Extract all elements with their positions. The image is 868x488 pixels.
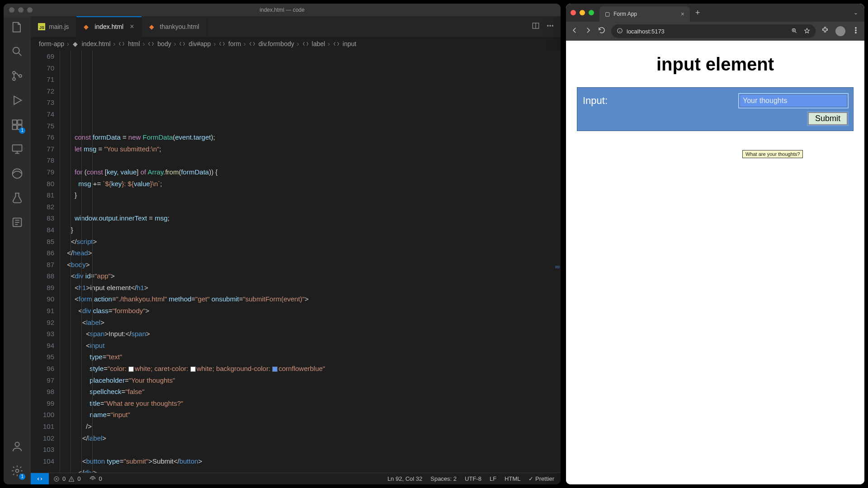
minimize-window-icon[interactable] [18,7,24,13]
indentation[interactable]: Spaces: 2 [430,475,457,482]
chevron-right-icon: › [297,40,299,47]
svg-point-11 [15,442,19,446]
svg-point-3 [19,75,22,77]
breadcrumb-item[interactable]: input [343,40,356,47]
chevron-right-icon: › [174,40,176,47]
extensions-icon[interactable]: 1 [11,118,24,133]
html-file-icon: ◆ [84,23,91,30]
chrome-tab-strip: ▢ Form App × + ⌄ [566,4,864,22]
breadcrumb-item[interactable]: index.html [82,40,111,47]
address-bar[interactable]: localhost:5173 [611,24,816,38]
tab-title: Form App [613,11,637,17]
chevron-right-icon: › [213,40,216,47]
ports-button[interactable]: 0 [85,475,106,482]
site-info-icon[interactable] [617,28,623,35]
tab-thankyou[interactable]: ◆ thankyou.html [142,16,207,37]
browser-tab[interactable]: ▢ Form App × [599,6,690,22]
edge-tools-icon[interactable] [11,167,24,182]
minimize-window-icon[interactable] [580,10,585,15]
testing-icon[interactable] [11,192,24,206]
close-tab-icon[interactable]: × [681,10,684,18]
profile-avatar-icon[interactable] [835,26,845,36]
svg-rect-6 [13,125,17,129]
close-window-icon[interactable] [571,10,576,15]
bookmark-star-icon[interactable] [804,28,810,35]
window-title: index.html — code [4,7,561,13]
split-editor-icon[interactable] [532,22,540,32]
editor-tabs: JS main.js ◆ index.html × ◆ thankyou.htm… [31,16,561,37]
language-mode[interactable]: HTML [505,475,520,482]
window-controls[interactable] [571,10,594,15]
breadcrumb-item[interactable]: div#app [189,40,211,47]
url-text: localhost:5173 [627,28,665,35]
breadcrumb-item[interactable]: div.formbody [259,40,294,47]
svg-point-14 [547,25,548,26]
breadcrumb-item[interactable]: form [228,40,241,47]
remote-button[interactable] [31,473,49,484]
accounts-icon[interactable] [11,440,24,455]
svg-point-12 [16,469,19,473]
eol[interactable]: LF [490,475,496,482]
svg-rect-8 [13,145,22,151]
close-icon[interactable]: × [130,23,134,31]
run-debug-icon[interactable] [11,94,24,108]
svg-rect-5 [18,120,22,124]
breadcrumb-item[interactable]: body [157,40,171,47]
accounts-icon-2[interactable] [11,216,24,230]
zoom-icon[interactable] [791,28,797,35]
more-actions-icon[interactable] [546,22,554,32]
forward-icon[interactable] [584,26,592,36]
submit-button[interactable]: Submit [808,112,848,125]
search-icon[interactable] [11,45,24,60]
maximize-window-icon[interactable] [27,7,33,13]
problems-button[interactable]: 0 0 [49,475,85,482]
back-icon[interactable] [571,26,579,36]
code-editor[interactable]: 6970717273747576777879808182838485868788… [31,51,561,473]
favicon-icon: ▢ [605,11,610,17]
breadcrumb-item[interactable]: form-app [39,40,64,47]
close-window-icon[interactable] [9,7,14,13]
breadcrumb-item[interactable]: html [128,40,140,47]
breadcrumb[interactable]: form-app› ◆index.html› html› body› div#a… [31,37,561,51]
overview-ruler[interactable] [554,51,561,473]
symbol-icon [118,40,125,47]
settings-gear-icon[interactable]: 1 [11,465,24,479]
encoding[interactable]: UTF-8 [465,475,481,482]
chrome-menu-icon[interactable] [852,26,860,36]
maximize-window-icon[interactable] [589,10,594,15]
cursor-position[interactable]: Ln 92, Col 32 [387,475,422,482]
extensions-puzzle-icon[interactable] [821,26,829,36]
page-heading: input element [577,54,854,75]
code-content[interactable]: const formData = new FormData(event.targ… [60,51,554,473]
tab-indexhtml[interactable]: ◆ index.html × [76,16,142,37]
tooltip: What are your thoughts? [742,150,803,158]
window-controls[interactable] [4,7,33,13]
settings-badge: 1 [19,474,25,480]
prettier-status[interactable]: ✓ Prettier [528,475,554,482]
source-control-icon[interactable] [11,70,24,84]
page-content: input element Input: Submit What are you… [566,41,864,484]
tab-overflow-icon[interactable]: ⌄ [847,9,864,16]
extensions-badge: 1 [19,127,25,134]
explorer-icon[interactable] [11,21,24,35]
chevron-right-icon: › [113,40,116,47]
html-file-icon: ◆ [72,40,79,47]
tab-mainjs[interactable]: JS main.js [31,16,76,37]
status-bar: 0 0 0 Ln 92, Col 32 Spaces: 2 UTF-8 LF H… [31,473,561,484]
svg-point-9 [13,169,22,178]
remote-explorer-icon[interactable] [11,143,24,157]
reload-icon[interactable] [598,26,606,36]
svg-point-18 [92,478,94,480]
new-tab-button[interactable]: + [690,8,706,18]
chevron-right-icon: › [244,40,246,47]
svg-rect-4 [13,120,17,124]
form-body: Input: Submit [577,87,854,131]
line-numbers: 6970717273747576777879808182838485868788… [31,51,60,473]
vscode-window: index.html — code 1 1 [4,4,561,484]
thoughts-input[interactable] [739,94,848,108]
svg-point-2 [13,78,15,80]
symbol-icon [333,40,340,47]
symbol-icon [147,40,155,47]
breadcrumb-item[interactable]: label [312,40,326,47]
chevron-right-icon: › [67,40,69,47]
